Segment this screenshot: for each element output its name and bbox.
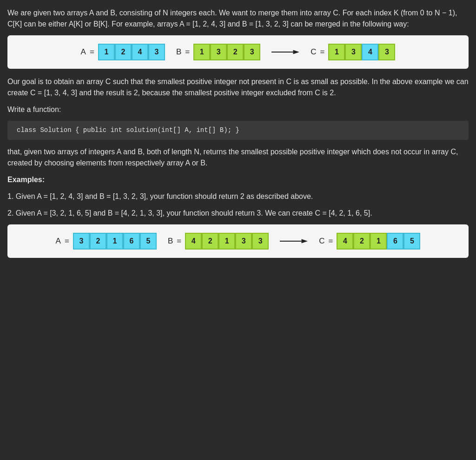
a-label-1: A: [81, 46, 86, 58]
cell-b1-2: 4: [185, 233, 202, 250]
examples-label: Examples:: [7, 174, 469, 185]
diagram-box-2: A = 3 2 1 6 5 B = 4 2 1 3 3: [7, 224, 469, 258]
c-equals-1: =: [320, 46, 324, 58]
cell-a5-2: 5: [140, 233, 157, 250]
intro-paragraph2: Our goal is to obtain an array C such th…: [7, 76, 469, 99]
main-container: We are given two arrays A and B, consist…: [7, 7, 469, 258]
array-b-expr-1: B = 1 3 2 3: [176, 44, 260, 60]
example1-text: 1. Given A = [1, 2, 4, 3] and B = [1, 3,…: [7, 191, 469, 202]
a-cells-1: 1 2 4 3: [98, 44, 165, 60]
cell-a4-2: 6: [123, 233, 140, 250]
cell-b2-1: 3: [210, 44, 227, 60]
cell-a3-1: 4: [132, 44, 148, 60]
cell-a1-1: 1: [98, 44, 115, 60]
c-label-2: C: [319, 235, 324, 247]
cell-c2-2: 2: [353, 233, 370, 250]
code-block: class Solution { public int solution(int…: [7, 121, 469, 140]
b-label-2: B: [168, 235, 173, 247]
arrow-1: [271, 47, 299, 57]
b-equals-2: =: [177, 235, 181, 247]
cell-b5-2: 3: [252, 233, 269, 250]
array-c-expr-1: C = 1 3 4 3: [311, 44, 395, 60]
cell-c1-2: 4: [337, 233, 353, 250]
cell-a3-2: 1: [106, 233, 123, 250]
a-cells-2: 3 2 1 6 5: [73, 233, 157, 250]
cell-c1-1: 1: [328, 44, 345, 60]
c-cells-1: 1 3 4 3: [328, 44, 395, 60]
cell-c3-1: 4: [362, 44, 378, 60]
c-cells-2: 4 2 1 6 5: [337, 233, 420, 250]
examples-bold: Examples:: [7, 176, 45, 184]
cell-c2-1: 3: [345, 44, 362, 60]
b-cells-2: 4 2 1 3 3: [185, 233, 269, 250]
cell-a2-1: 2: [115, 44, 132, 60]
array-b-expr-2: B = 4 2 1 3 3: [168, 233, 269, 250]
b-equals-1: =: [185, 46, 190, 58]
svg-marker-1: [293, 50, 300, 54]
cell-b4-2: 3: [235, 233, 252, 250]
c-label-1: C: [311, 46, 316, 58]
a-equals-2: =: [65, 235, 69, 247]
a-equals-1: =: [90, 46, 94, 58]
write-function-label: Write a function:: [7, 104, 469, 115]
example2-text: 2. Given A = [3, 2, 1, 6, 5] and B = [4,…: [7, 208, 469, 219]
cell-b3-2: 1: [218, 233, 235, 250]
array-a-expr-2: A = 3 2 1 6 5: [56, 233, 157, 250]
cell-b4-1: 3: [244, 44, 260, 60]
cell-b3-1: 2: [227, 44, 244, 60]
cell-a1-2: 3: [73, 233, 90, 250]
a-label-2: A: [56, 235, 61, 247]
intro-paragraph1: We are given two arrays A and B, consist…: [7, 7, 469, 30]
cell-c3-2: 1: [370, 233, 387, 250]
b-label-1: B: [176, 46, 181, 58]
cell-b1-1: 1: [193, 44, 210, 60]
cell-c4-1: 3: [378, 44, 395, 60]
cell-c4-2: 6: [387, 233, 403, 250]
code-text: class Solution { public int solution(int…: [17, 126, 239, 134]
array-a-expr-1: A = 1 2 4 3: [81, 44, 165, 60]
cell-c5-2: 5: [403, 233, 420, 250]
b-cells-1: 1 3 2 3: [193, 44, 260, 60]
array-c-expr-2: C = 4 2 1 6 5: [319, 233, 420, 250]
diagram-box-1: A = 1 2 4 3 B = 1 3 2 3: [7, 35, 469, 69]
c-equals-2: =: [328, 235, 333, 247]
intro-paragraph3: that, given two arrays of integers A and…: [7, 146, 469, 169]
cell-a2-2: 2: [90, 233, 106, 250]
cell-a4-1: 3: [148, 44, 165, 60]
svg-marker-3: [302, 239, 308, 243]
cell-b2-2: 2: [202, 233, 218, 250]
arrow-2: [280, 237, 308, 246]
